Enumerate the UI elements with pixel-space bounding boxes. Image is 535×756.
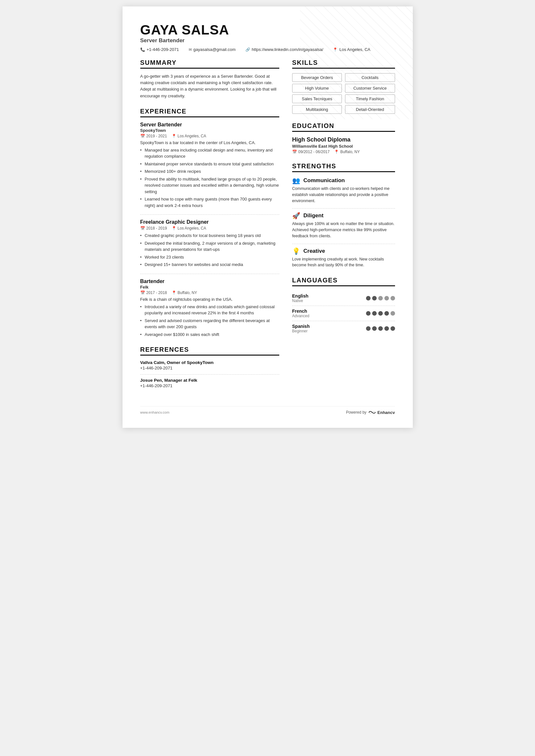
strength-desc-2: Always give 100% at work no matter the t…: [292, 221, 395, 239]
lang-dot: [378, 326, 383, 331]
pin-icon-2: 📍: [172, 226, 176, 230]
right-column: SKILLS Beverage Orders Cocktails High Vo…: [292, 59, 395, 396]
edu-location: 📍 Buffalo, NY: [334, 149, 359, 154]
linkedin-contact: 🔗 https://www.linkedin.com/in/gayasalsa/: [245, 47, 324, 52]
phone-value: +1-446-209-2071: [147, 47, 179, 52]
pin-icon-3: 📍: [172, 290, 176, 295]
email-value: gayasalsa@gmail.com: [193, 47, 236, 52]
edu-degree: High School Diploma: [292, 136, 395, 143]
skills-section: SKILLS Beverage Orders Cocktails High Vo…: [292, 59, 395, 114]
skills-title: SKILLS: [292, 59, 395, 69]
location-contact: 📍 Los Angeles, CA: [333, 47, 370, 52]
bullet-item: Learned how to cope with many guests (mo…: [140, 196, 279, 208]
bullet-item: Developed the initial branding, 2 major …: [140, 240, 279, 253]
phone-icon: 📞: [140, 47, 145, 52]
skill-tag-1: Beverage Orders: [292, 73, 342, 82]
strength-name-3: Creative: [303, 248, 325, 255]
brand-name: Enhancv: [377, 410, 395, 415]
exp-meta-2: 📅 2018 - 2019 📍 Los Angeles, CA: [140, 226, 279, 230]
bullet-item: Designed 15+ banners for websites and so…: [140, 261, 279, 268]
bullet-item: Created graphic products for local busin…: [140, 232, 279, 239]
summary-section: SUMMARY A go-getter with 3 years of expe…: [140, 59, 279, 99]
summary-text: A go-getter with 3 years of experience a…: [140, 73, 279, 99]
exp-job-title-2: Freelance Graphic Designer: [140, 219, 279, 225]
lang-dots-english: [366, 296, 395, 301]
lang-dot: [384, 296, 389, 301]
header-contact: 📞 +1-446-209-2071 ✉ gayasalsa@gmail.com …: [140, 47, 395, 52]
lang-entry-spanish: Spanish Beginner: [292, 321, 395, 336]
lang-name-spanish: Spanish: [292, 324, 310, 329]
lang-dot: [390, 296, 395, 301]
lang-dot: [372, 311, 377, 316]
pin-icon-1: 📍: [172, 134, 176, 138]
exp-bullets-3: Introduced a variety of new drinks and c…: [140, 304, 279, 338]
lang-entry-french: French Advanced: [292, 306, 395, 321]
lang-dot: [384, 311, 389, 316]
strength-icon-1: 👥: [292, 177, 300, 184]
references-section: REFERENCES Vallva Calm, Owner of SpookyT…: [140, 346, 279, 388]
location-icon: 📍: [333, 47, 338, 52]
calendar-edu-icon: 📅: [292, 149, 297, 154]
resume-page: GAYA SALSA Server Bartender 📞 +1-446-209…: [123, 7, 413, 428]
calendar-icon-3: 📅: [140, 290, 145, 295]
bullet-item: Introduced a variety of new drinks and c…: [140, 304, 279, 316]
strength-name-1: Communication: [303, 177, 345, 184]
exp-job-title-1: Server Bartender: [140, 122, 279, 128]
education-section: EDUCATION High School Diploma Williamsvi…: [292, 122, 395, 154]
strength-entry-3: 💡 Creative Love implementing creativity …: [292, 247, 395, 269]
lang-level-spanish: Beginner: [292, 329, 310, 333]
strength-entry-1: 👥 Communication Communication with clien…: [292, 177, 395, 204]
lang-dot: [378, 311, 383, 316]
skill-tag-8: Detail-Oriented: [345, 105, 395, 114]
skill-tag-7: Multitasking: [292, 105, 342, 114]
strength-icon-2: 🚀: [292, 212, 300, 220]
strength-desc-3: Love implementing creativity at work. Ne…: [292, 256, 395, 269]
bullet-item: Memorized 100+ drink recipes: [140, 168, 279, 175]
footer-website: www.enhancv.com: [140, 410, 170, 414]
exp-location-2: 📍 Los Angeles, CA: [172, 226, 206, 230]
ref-phone-1: +1-446-209-2071: [140, 365, 279, 370]
exp-company-1: SpookyTown: [140, 128, 279, 133]
exp-desc-3: Felk is a chain of nightclubs operating …: [140, 297, 279, 302]
exp-desc-1: SpookyTown is a bar located in the cente…: [140, 140, 279, 145]
skill-tag-5: Sales Tecniques: [292, 94, 342, 103]
lang-info-french: French Advanced: [292, 309, 309, 318]
bullet-item: Averaged over $1000 in sales each shift: [140, 332, 279, 338]
bullet-item: Served and advised customers regarding t…: [140, 317, 279, 330]
skill-tag-4: Customer Service: [345, 84, 395, 93]
lang-entry-english: English Native: [292, 291, 395, 306]
exp-meta-1: 📅 2019 - 2021 📍 Los Angeles, CA: [140, 134, 279, 138]
enhancv-logo-icon: [368, 410, 376, 415]
edu-dates: 📅 09/2012 - 06/2017: [292, 149, 329, 154]
lang-dot: [384, 326, 389, 331]
location-value: Los Angeles, CA: [339, 47, 370, 52]
lang-dot: [372, 326, 377, 331]
strength-header-3: 💡 Creative: [292, 247, 395, 255]
ref-name-1: Vallva Calm, Owner of SpookyTown: [140, 360, 279, 365]
candidate-title: Server Bartender: [140, 38, 395, 44]
skill-tag-2: Cocktails: [345, 73, 395, 82]
exp-dates-2: 📅 2018 - 2019: [140, 226, 167, 230]
bullet-item: Maintained proper service standards to e…: [140, 161, 279, 167]
lang-dot: [378, 296, 383, 301]
phone-contact: 📞 +1-446-209-2071: [140, 47, 179, 52]
summary-title: SUMMARY: [140, 59, 279, 69]
lang-name-english: English: [292, 293, 309, 299]
lang-info-english: English Native: [292, 293, 309, 303]
exp-location-3: 📍 Buffalo, NY: [172, 290, 197, 295]
exp-meta-3: 📅 2017 - 2018 📍 Buffalo, NY: [140, 290, 279, 295]
edu-dates-value: 09/2012 - 06/2017: [298, 149, 329, 154]
exp-bullets-1: Managed bar area including cocktail desi…: [140, 147, 279, 209]
languages-section: LANGUAGES English Native: [292, 277, 395, 336]
experience-section: EXPERIENCE Server Bartender SpookyTown 📅…: [140, 108, 279, 338]
skill-tag-3: High Volume: [292, 84, 342, 93]
strengths-section: STRENGTHS 👥 Communication Communication …: [292, 162, 395, 268]
footer: www.enhancv.com Powered by Enhancv: [140, 406, 395, 415]
strength-header-1: 👥 Communication: [292, 177, 395, 184]
strength-header-2: 🚀 Diligent: [292, 212, 395, 220]
lang-dots-french: [366, 311, 395, 316]
email-icon: ✉: [189, 47, 192, 52]
lang-dot: [390, 326, 395, 331]
lang-level-french: Advanced: [292, 314, 309, 318]
calendar-icon-1: 📅: [140, 134, 145, 138]
